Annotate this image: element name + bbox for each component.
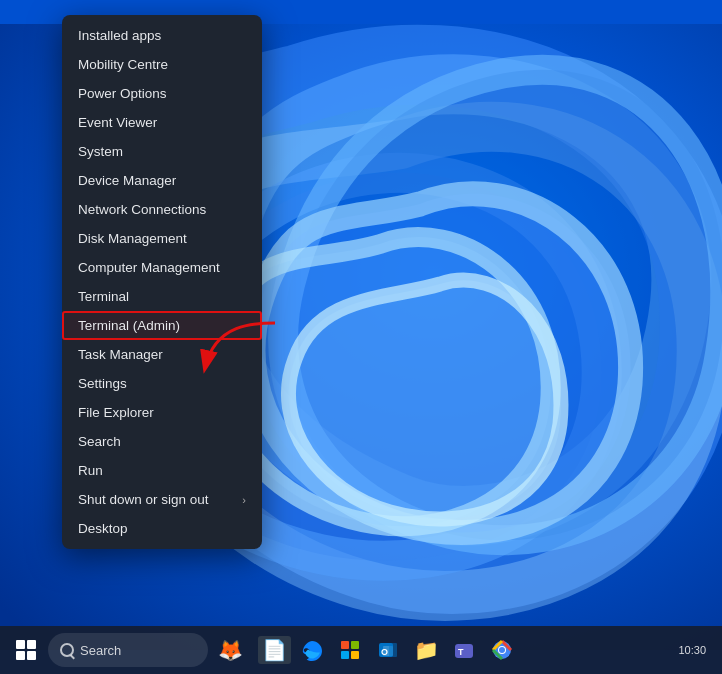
taskbar-search-bar[interactable]: Search xyxy=(48,633,208,667)
menu-item-search[interactable]: Search xyxy=(62,427,262,456)
taskbar-edge-icon[interactable] xyxy=(294,632,330,668)
search-icon xyxy=(60,643,74,657)
menu-item-file-explorer[interactable]: File Explorer xyxy=(62,398,262,427)
windows-logo-icon xyxy=(16,640,36,660)
desktop: Installed appsMobility CentrePower Optio… xyxy=(0,0,722,674)
menu-label-search: Search xyxy=(78,434,121,449)
taskbar: Search 🦊 📄 xyxy=(0,626,722,674)
menu-item-terminal[interactable]: Terminal xyxy=(62,282,262,311)
menu-item-desktop[interactable]: Desktop xyxy=(62,514,262,543)
menu-label-run: Run xyxy=(78,463,103,478)
menu-label-event-viewer: Event Viewer xyxy=(78,115,157,130)
menu-label-terminal: Terminal xyxy=(78,289,129,304)
menu-label-file-explorer: File Explorer xyxy=(78,405,154,420)
menu-item-task-manager[interactable]: Task Manager xyxy=(62,340,262,369)
edge-browser-icon xyxy=(301,639,323,661)
svg-rect-2 xyxy=(341,641,349,649)
menu-label-system: System xyxy=(78,144,123,159)
taskbar-file-icon[interactable]: 📄 xyxy=(256,632,292,668)
menu-label-terminal-admin: Terminal (Admin) xyxy=(78,318,180,333)
taskbar-folder-icon[interactable]: 📁 xyxy=(408,632,444,668)
animal-icon: 🦊 xyxy=(218,638,243,662)
menu-item-network-connections[interactable]: Network Connections xyxy=(62,195,262,224)
tray-time: 10:30 xyxy=(678,644,706,656)
menu-label-disk-management: Disk Management xyxy=(78,231,187,246)
submenu-arrow-icon: › xyxy=(242,494,246,506)
svg-text:T: T xyxy=(458,647,464,657)
menu-label-power-options: Power Options xyxy=(78,86,167,101)
outlook-icon: O xyxy=(377,639,399,661)
svg-rect-5 xyxy=(351,651,359,659)
taskbar-chrome-icon[interactable] xyxy=(484,632,520,668)
menu-item-event-viewer[interactable]: Event Viewer xyxy=(62,108,262,137)
menu-item-terminal-admin[interactable]: Terminal (Admin) xyxy=(62,311,262,340)
taskbar-pinned-apps: 📄 O xyxy=(256,632,520,668)
svg-point-14 xyxy=(499,647,505,653)
menu-label-device-manager: Device Manager xyxy=(78,173,176,188)
context-menu: Installed appsMobility CentrePower Optio… xyxy=(62,15,262,549)
svg-text:O: O xyxy=(381,647,388,657)
svg-rect-4 xyxy=(341,651,349,659)
system-tray: 10:30 xyxy=(678,644,714,656)
menu-item-device-manager[interactable]: Device Manager xyxy=(62,166,262,195)
menu-item-mobility-centre[interactable]: Mobility Centre xyxy=(62,50,262,79)
menu-label-mobility-centre: Mobility Centre xyxy=(78,57,168,72)
menu-item-system[interactable]: System xyxy=(62,137,262,166)
menu-item-settings[interactable]: Settings xyxy=(62,369,262,398)
menu-item-shut-down[interactable]: Shut down or sign out› xyxy=(62,485,262,514)
menu-item-disk-management[interactable]: Disk Management xyxy=(62,224,262,253)
menu-item-computer-management[interactable]: Computer Management xyxy=(62,253,262,282)
svg-rect-3 xyxy=(351,641,359,649)
menu-label-desktop: Desktop xyxy=(78,521,128,536)
teams-icon: T xyxy=(453,639,475,661)
taskbar-mascot-icon[interactable]: 🦊 xyxy=(212,632,248,668)
svg-rect-9 xyxy=(389,643,397,657)
menu-label-task-manager: Task Manager xyxy=(78,347,163,362)
taskbar-outlook-icon[interactable]: O xyxy=(370,632,406,668)
menu-item-run[interactable]: Run xyxy=(62,456,262,485)
menu-label-installed-apps: Installed apps xyxy=(78,28,161,43)
chrome-icon xyxy=(491,639,513,661)
taskbar-microsoft-store-icon[interactable] xyxy=(332,632,368,668)
menu-label-computer-management: Computer Management xyxy=(78,260,220,275)
start-button[interactable] xyxy=(8,632,44,668)
menu-label-network-connections: Network Connections xyxy=(78,202,206,217)
taskbar-search-label: Search xyxy=(80,643,121,658)
menu-label-shut-down: Shut down or sign out xyxy=(78,492,209,507)
menu-label-settings: Settings xyxy=(78,376,127,391)
menu-item-power-options[interactable]: Power Options xyxy=(62,79,262,108)
taskbar-teams-icon[interactable]: T xyxy=(446,632,482,668)
menu-item-installed-apps[interactable]: Installed apps xyxy=(62,21,262,50)
store-icon xyxy=(339,639,361,661)
